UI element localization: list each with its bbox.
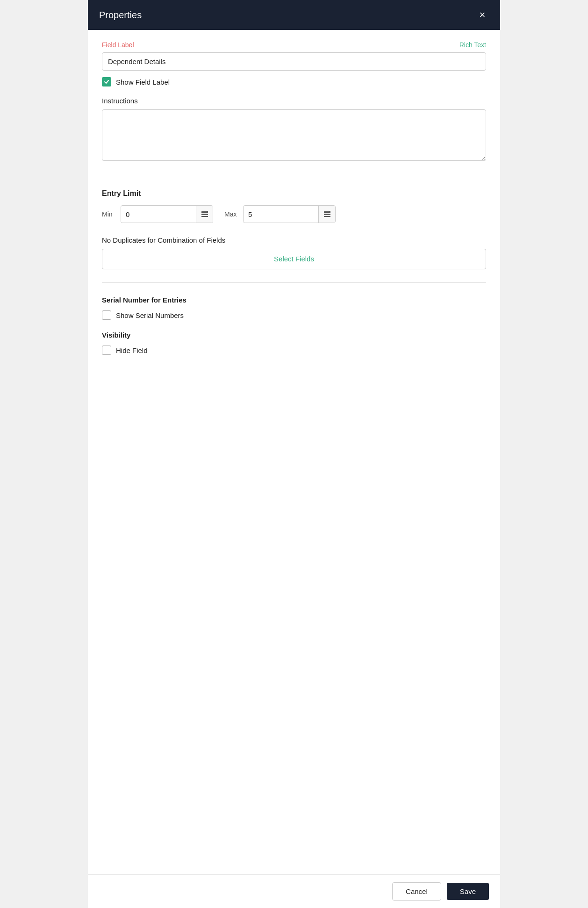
properties-modal: Properties × Field Label Rich Text Show … <box>88 0 500 908</box>
select-fields-link[interactable]: Select Fields <box>274 255 314 263</box>
field-label-text: Field Label <box>102 41 134 49</box>
field-label-input[interactable] <box>102 52 486 71</box>
min-icon-btn[interactable] <box>196 206 213 223</box>
show-field-label-label: Show Field Label <box>116 78 170 86</box>
modal-header: Properties × <box>88 0 500 30</box>
max-input[interactable] <box>244 207 318 222</box>
close-icon[interactable]: × <box>476 8 489 22</box>
visibility-title: Visibility <box>102 331 486 339</box>
svg-rect-6 <box>324 216 330 217</box>
instructions-textarea[interactable] <box>102 109 486 161</box>
svg-rect-7 <box>329 211 330 213</box>
svg-rect-3 <box>207 211 208 213</box>
save-button[interactable]: Save <box>447 883 489 900</box>
show-serial-numbers-row: Show Serial Numbers <box>102 310 486 320</box>
cancel-button[interactable]: Cancel <box>392 882 441 901</box>
rich-text-link[interactable]: Rich Text <box>459 41 486 49</box>
field-label-row: Field Label Rich Text <box>102 41 486 49</box>
hide-field-label: Hide Field <box>116 346 148 354</box>
divider-1 <box>102 176 486 176</box>
serial-number-title: Serial Number for Entries <box>102 296 486 304</box>
max-label: Max <box>224 210 238 218</box>
instructions-label: Instructions <box>102 97 486 105</box>
svg-rect-5 <box>324 214 330 215</box>
max-input-wrapper <box>243 205 336 223</box>
min-input[interactable] <box>121 207 196 222</box>
modal-footer: Cancel Save <box>88 874 500 908</box>
show-field-label-row: Show Field Label <box>102 77 486 86</box>
show-serial-numbers-checkbox[interactable] <box>102 310 111 320</box>
entry-limit-title: Entry Limit <box>102 189 486 198</box>
max-icon-btn[interactable] <box>318 206 335 223</box>
svg-rect-1 <box>201 214 208 215</box>
min-max-row: Min Max <box>102 205 486 223</box>
min-label: Min <box>102 210 116 218</box>
divider-2 <box>102 282 486 283</box>
modal-body: Field Label Rich Text Show Field Label I… <box>88 30 500 874</box>
no-duplicates-title: No Duplicates for Combination of Fields <box>102 236 486 244</box>
hide-field-row: Hide Field <box>102 346 486 355</box>
show-field-label-checkbox[interactable] <box>102 77 111 86</box>
min-input-wrapper <box>121 205 213 223</box>
select-fields-box: Select Fields <box>102 249 486 269</box>
show-serial-numbers-label: Show Serial Numbers <box>116 311 184 319</box>
min-group: Min <box>102 205 213 223</box>
svg-rect-2 <box>201 216 208 217</box>
max-group: Max <box>224 205 336 223</box>
hide-field-checkbox[interactable] <box>102 346 111 355</box>
modal-title: Properties <box>99 10 142 21</box>
